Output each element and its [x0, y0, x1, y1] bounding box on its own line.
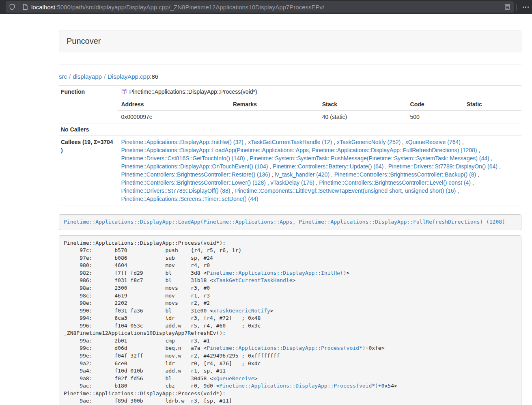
callee-separator: , [268, 163, 273, 170]
asm-text: 9a2: 6ce0 ldr r0, [r4, #76] ; 0x4c [64, 360, 261, 366]
breadcrumb-link[interactable]: DisplayApp.cpp [108, 73, 150, 80]
asm-text: 98e: 2202 movs r2, #2 [64, 300, 210, 306]
callee-link[interactable]: Pinetime::Applications::Screens::Timer::… [121, 196, 258, 202]
metrics-header-row: AddressRemarksStackCodeStatic [118, 98, 522, 111]
asm-text: Pinetime::Applications::DisplayApp::Proc… [64, 240, 226, 246]
metrics-column-header: Static [463, 98, 521, 111]
url-text[interactable]: localhost:5000/path/src/displayapp/Displ… [31, 4, 504, 11]
callees-label: Callees (19, Σ=3704 ) [59, 136, 118, 205]
callee-separator: , [477, 147, 480, 153]
function-label: Function [59, 86, 118, 98]
shield-icon[interactable] [9, 4, 15, 10]
asm-symbol-link[interactable]: Pinetime::Applications::DisplayApp::Init… [207, 270, 346, 276]
asm-symbol-link[interactable]: xQueueReceive [213, 375, 254, 381]
asm-text: > [254, 375, 258, 381]
metrics-value-row: 0x0000097c 40 (static) 500 [118, 111, 522, 123]
asm-text: 990: f031 fa36 bl 31e00 < [64, 308, 213, 314]
callee-link[interactable]: Pinetime::Drivers::Cst816S::GetTouchInfo… [121, 155, 245, 162]
asm-symbol-link[interactable]: Pinetime::Applications::DisplayApp::Proc… [220, 383, 378, 389]
asm-text: _ZN8Pinetime12Applications10DisplayApp7R… [64, 330, 226, 336]
callee-link[interactable]: xTaskGetCurrentTaskHandle (12) [248, 139, 332, 145]
asm-symbol-link[interactable]: Pinetime::Applications::DisplayApp::Proc… [207, 345, 365, 351]
callee-separator: , [270, 171, 275, 178]
callee-link[interactable]: Pinetime::Controllers::BrightnessControl… [319, 179, 470, 186]
more-menu-icon[interactable] [521, 0, 530, 14]
callee-separator: , [476, 171, 479, 178]
callee-link[interactable]: Pinetime::Applications::DisplayApp::Load… [121, 147, 477, 153]
callee-link[interactable]: Pinetime::Components::LittleVgl::SetNewT… [235, 187, 456, 194]
breadcrumb-link[interactable]: src [59, 73, 67, 80]
function-info-table: Function Pinetime::Applications::Display… [59, 85, 521, 205]
highlighted-callee-box: Pinetime::Applications::DisplayApp::Load… [59, 214, 521, 230]
disassembly-box: Pinetime::Applications::DisplayApp::Proc… [59, 235, 521, 405]
asm-symbol-link[interactable]: xTaskGenericNotify [213, 308, 270, 314]
callee-link[interactable]: Pinetime::Controllers::BrightnessControl… [121, 171, 270, 178]
asm-text: > [270, 308, 274, 314]
breadcrumb-line-number: :86 [150, 73, 158, 80]
breadcrumb: src/displayapp/DisplayApp.cpp:86 [59, 73, 521, 80]
callee-separator: , [230, 187, 235, 194]
metrics-table: AddressRemarksStackCodeStatic 0x0000097c… [118, 98, 522, 123]
no-callers-label: No Callers [59, 123, 118, 136]
asm-text: 97c: b570 push {r4, r5, r6, lr} [64, 247, 241, 253]
page-container: Puncover src/displayapp/DisplayApp.cpp:8… [59, 30, 521, 405]
callees-list: Pinetime::Applications::DisplayApp::Init… [118, 136, 522, 205]
asm-text: +0x54> [378, 383, 397, 389]
asm-text: 994: 6ca3 ldr r3, [r4, #72] ; 0x48 [64, 315, 261, 321]
reader-mode-icon[interactable] [504, 4, 510, 10]
toolbar-divider [516, 4, 517, 11]
function-row: Function Pinetime::Applications::Display… [59, 86, 521, 98]
metrics-row: AddressRemarksStackCodeStatic 0x0000097c… [59, 98, 521, 123]
callee-link[interactable]: Pinetime::Controllers::BrightnessControl… [121, 179, 266, 186]
callee-separator: , [314, 179, 319, 186]
asm-text: 996: f104 053c add.w r5, r4, #60 ; 0x3c [64, 323, 261, 329]
stack-value: 40 (static) [319, 111, 407, 123]
asm-text: 98a: 2300 movs r3, #0 [64, 285, 210, 291]
asm-text: 9ac: b180 cbz r0, 9d0 < [64, 383, 220, 389]
static-value [463, 111, 521, 123]
page-info-icon[interactable] [22, 4, 28, 10]
callee-separator: , [330, 171, 334, 178]
divider-rule [59, 64, 521, 65]
asm-text: 99c: d06d beq.n a7a < [64, 345, 207, 351]
highlighted-callee-link[interactable]: Pinetime::Applications::DisplayApp::Load… [64, 219, 505, 225]
brand-title: Puncover [67, 37, 101, 45]
callee-separator: , [456, 187, 459, 194]
asm-text: 99a: 2b01 cmp r3, #1 [64, 338, 210, 344]
callee-separator: , [461, 139, 464, 145]
asm-text: 9a4: f10d 010b add.w r1, sp, #11 [64, 368, 226, 374]
asm-symbol-link[interactable]: xTaskGetCurrentTaskHandle [213, 277, 293, 283]
asm-text: > [293, 277, 296, 283]
asm-text: 99e: f04f 32ff mov.w r2, #4294967295 ; 0… [64, 353, 280, 359]
callee-link[interactable]: Pinetime::Drivers::St7789::DisplayOn() (… [388, 163, 498, 170]
asm-text: 980: 4604 mov r4, r0 [64, 262, 210, 268]
asm-text: 9a8: f02f fd56 bl 30458 < [64, 375, 213, 381]
callee-link[interactable]: Pinetime::Controllers::Battery::Update()… [273, 163, 383, 170]
remarks-value [230, 111, 319, 123]
function-name: Pinetime::Applications::DisplayApp::Proc… [129, 88, 257, 95]
callee-link[interactable]: xTaskGenericNotify (252) [337, 139, 401, 145]
callee-link[interactable]: Pinetime::Controllers::BrightnessControl… [334, 171, 476, 178]
asm-text: Pinetime::Applications::DisplayApp::Proc… [64, 390, 226, 396]
metrics-column-header: Code [407, 98, 463, 111]
callee-link[interactable]: lv_task_handler (420) [275, 171, 330, 178]
callee-separator: , [245, 155, 250, 162]
asm-text: > [347, 270, 350, 276]
metrics-column-header: Stack [319, 98, 407, 111]
breadcrumb-link[interactable]: displayapp [73, 73, 102, 80]
url-bar[interactable]: localhost:5000/path/src/displayapp/Displ… [6, 1, 514, 13]
puncover-brand-header: Puncover [59, 30, 521, 52]
callee-separator: , [266, 179, 271, 186]
metrics-column-header: Address [118, 98, 230, 111]
callee-link[interactable]: vTaskDelay (176) [271, 179, 314, 186]
code-size-value: 500 [407, 111, 463, 123]
callers-row: No Callers [59, 123, 521, 136]
callee-link[interactable]: Pinetime::Applications::DisplayApp::Init… [121, 139, 243, 145]
callee-link[interactable]: Pinetime::Drivers::St7789::DisplayOff() … [121, 187, 230, 194]
asm-text: 97e: b086 sub sp, #24 [64, 255, 213, 261]
breadcrumb-separator: / [67, 73, 73, 80]
asm-text: 9ae: f89d 300b ldrb.w r3, [sp, #11] [64, 398, 232, 404]
callee-link[interactable]: Pinetime::System::SystemTask::PushMessag… [250, 155, 489, 162]
callee-link[interactable]: xQueueReceive (764) [405, 139, 461, 145]
callee-link[interactable]: Pinetime::Applications::DisplayApp::OnTo… [121, 163, 268, 170]
